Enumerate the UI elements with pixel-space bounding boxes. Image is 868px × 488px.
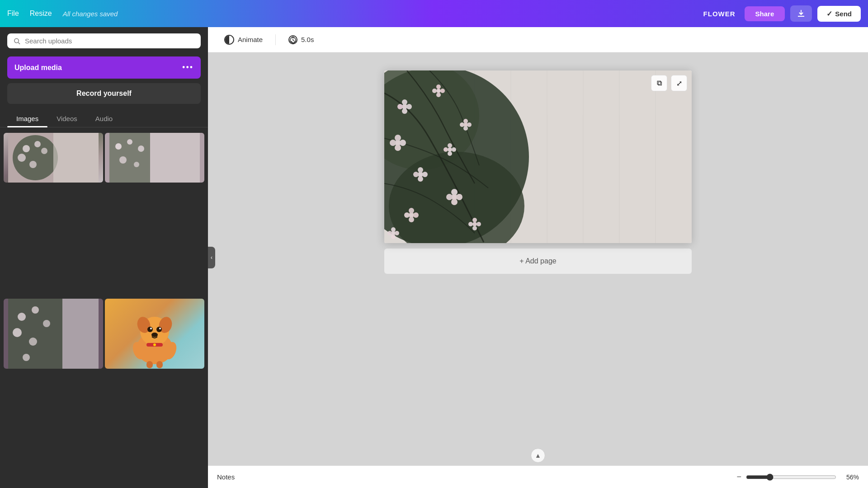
more-options-button[interactable]: •••	[175, 56, 201, 79]
tab-images[interactable]: Images	[7, 110, 47, 127]
zoom-slider[interactable]	[746, 474, 836, 481]
svg-point-34	[150, 328, 152, 329]
svg-point-9	[41, 148, 47, 154]
tab-videos[interactable]: Videos	[47, 110, 86, 127]
svg-point-76	[463, 119, 468, 123]
svg-point-82	[418, 167, 423, 173]
timer-button[interactable]: 5.0s	[281, 32, 321, 48]
svg-point-38	[153, 343, 156, 346]
svg-point-58	[402, 99, 407, 105]
dog-image	[105, 299, 204, 369]
svg-point-100	[409, 208, 414, 213]
media-thumbnail[interactable]	[4, 299, 103, 369]
svg-point-80	[413, 172, 419, 177]
animate-label: Animate	[238, 36, 263, 43]
svg-point-105	[448, 151, 452, 156]
svg-point-109	[395, 231, 399, 235]
slide-image	[384, 70, 692, 243]
saved-status: All changes saved	[63, 10, 118, 18]
share-button[interactable]: Share	[745, 6, 785, 21]
tab-audio[interactable]: Audio	[86, 110, 122, 127]
svg-point-98	[404, 212, 410, 218]
up-arrow-button[interactable]: ▲	[531, 448, 545, 463]
canvas-scroll[interactable]: ⧉ ⤢ + Add page	[208, 52, 868, 465]
resize-menu[interactable]: Resize	[30, 9, 52, 18]
slide-container: ⧉ ⤢ + Add page	[217, 70, 859, 274]
svg-point-13	[115, 143, 122, 150]
svg-point-111	[391, 235, 396, 239]
svg-point-35	[159, 328, 161, 329]
canvas-actions: ⧉ ⤢	[651, 75, 687, 91]
topbar-left: File Resize All changes saved	[7, 9, 118, 18]
svg-point-33	[156, 327, 162, 332]
svg-point-24	[29, 338, 37, 346]
svg-line-2	[18, 42, 20, 44]
svg-point-92	[468, 222, 473, 226]
svg-rect-27	[62, 299, 99, 369]
svg-point-55	[406, 104, 412, 109]
zoom-minus-button[interactable]: −	[736, 472, 741, 482]
svg-point-85	[456, 194, 462, 200]
svg-point-26	[23, 354, 30, 361]
media-thumbnail[interactable]	[105, 133, 204, 183]
add-page-button[interactable]: + Add page	[384, 249, 692, 274]
bottom-bar: Notes − 56%	[208, 465, 868, 488]
flower-image-2	[105, 133, 204, 183]
svg-point-7	[18, 154, 26, 162]
svg-point-14	[127, 139, 132, 145]
file-menu[interactable]: File	[7, 9, 19, 18]
svg-point-75	[463, 126, 468, 131]
svg-point-89	[452, 195, 457, 199]
svg-point-99	[409, 217, 414, 222]
animate-button[interactable]: Animate	[217, 31, 270, 48]
media-thumbnail[interactable]	[4, 133, 103, 183]
svg-rect-41	[146, 361, 153, 368]
expand-button[interactable]: ⤢	[671, 75, 687, 91]
svg-point-15	[138, 145, 144, 152]
svg-point-77	[464, 123, 467, 127]
sidebar-collapse-handle[interactable]: ‹	[208, 247, 215, 268]
topbar-right: FLOWER Share ✓ Send	[703, 5, 861, 22]
svg-point-62	[432, 89, 437, 93]
search-bar	[0, 27, 208, 55]
timer-label: 5.0s	[301, 36, 314, 43]
slide-canvas[interactable]: ⧉ ⤢	[384, 70, 692, 243]
svg-point-16	[119, 156, 127, 164]
record-yourself-button[interactable]: Record yourself	[7, 83, 201, 104]
copy-icon: ⧉	[657, 79, 662, 87]
project-name: FLOWER	[703, 10, 736, 18]
download-button[interactable]	[790, 5, 812, 22]
timer-icon	[288, 35, 297, 44]
svg-point-5	[23, 145, 30, 152]
svg-point-93	[472, 226, 477, 230]
flower-image-3	[4, 299, 103, 369]
media-thumbnail-dog[interactable]	[105, 299, 204, 369]
copy-page-button[interactable]: ⧉	[651, 75, 667, 91]
svg-point-59	[403, 105, 406, 108]
svg-point-106	[448, 143, 452, 148]
svg-point-71	[396, 141, 400, 145]
svg-point-8	[29, 161, 37, 168]
svg-point-67	[400, 140, 406, 146]
svg-point-25	[43, 320, 50, 327]
svg-point-79	[422, 172, 428, 177]
upload-media-button[interactable]: Upload media	[7, 57, 175, 78]
sidebar: Upload media ••• Record yourself Images …	[0, 27, 208, 488]
send-button[interactable]: ✓ Send	[817, 6, 861, 22]
svg-point-65	[437, 89, 440, 93]
svg-point-68	[390, 140, 396, 146]
svg-point-64	[436, 84, 441, 89]
svg-point-56	[397, 104, 403, 109]
upload-media-row: Upload media •••	[7, 56, 201, 79]
svg-point-73	[467, 122, 472, 127]
media-tabs: Images Videos Audio	[0, 110, 208, 127]
svg-rect-18	[150, 133, 200, 183]
svg-point-61	[440, 89, 445, 93]
svg-point-1	[14, 38, 19, 42]
flower-image-1	[4, 133, 103, 183]
svg-point-22	[32, 306, 39, 314]
svg-point-63	[436, 93, 441, 97]
search-input[interactable]	[25, 37, 194, 45]
zoom-percentage: 56%	[841, 474, 859, 481]
svg-point-6	[34, 141, 41, 147]
